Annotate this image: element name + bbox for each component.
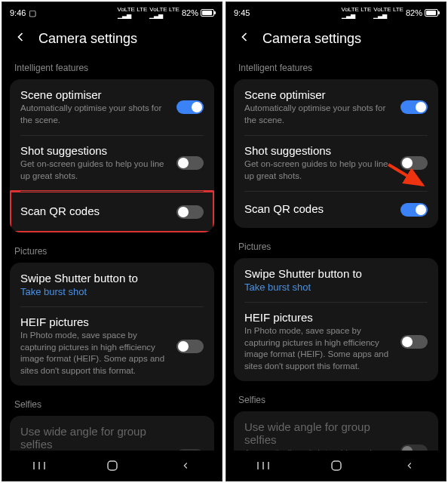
section-pictures: Pictures bbox=[10, 242, 214, 263]
image-icon: ▢ bbox=[29, 8, 36, 18]
phone-right: 9:45 VoLTE LTE▁▃▅ VoLTE LTE▁▃▅ 82% Camer… bbox=[226, 2, 446, 481]
wide-toggle bbox=[400, 445, 428, 451]
nav-recents[interactable] bbox=[30, 457, 48, 475]
volte-2: VoLTE LTE▁▃▅ bbox=[373, 7, 404, 19]
qr-title: Scan QR codes bbox=[244, 202, 391, 215]
battery-percentage: 82% bbox=[182, 8, 198, 17]
shot-toggle[interactable] bbox=[176, 156, 204, 170]
heif-desc: In Photo mode, save space by capturing p… bbox=[244, 325, 391, 372]
section-selfies: Selfies bbox=[10, 395, 214, 416]
shot-desc: Get on-screen guides to help you line up… bbox=[20, 158, 167, 182]
volte-1: VoLTE LTE▁▃▅ bbox=[342, 7, 372, 19]
nav-recents[interactable] bbox=[254, 457, 272, 475]
row-heif[interactable]: HEIF pictures In Photo mode, save space … bbox=[234, 302, 438, 381]
status-bar: 9:45 VoLTE LTE▁▃▅ VoLTE LTE▁▃▅ 82% bbox=[226, 2, 446, 22]
swipe-title: Swipe Shutter button to bbox=[244, 267, 428, 280]
scene-toggle[interactable] bbox=[176, 100, 204, 114]
nav-back[interactable] bbox=[400, 457, 419, 475]
page-header: Camera settings bbox=[226, 22, 446, 58]
card-intelligent: Scene optimiser Automatically optimise y… bbox=[234, 79, 438, 228]
settings-scroll[interactable]: Intelligent features Scene optimiser Aut… bbox=[2, 58, 222, 451]
battery-icon bbox=[201, 9, 214, 17]
wide-title: Use wide angle for group selfies bbox=[244, 420, 391, 446]
page-title: Camera settings bbox=[262, 31, 361, 47]
row-scan-qr-codes[interactable]: Scan QR codes bbox=[234, 191, 438, 228]
nav-back[interactable] bbox=[176, 457, 195, 475]
card-intelligent: Scene optimiser Automatically optimise y… bbox=[10, 79, 214, 232]
clock: 9:46 bbox=[10, 8, 26, 17]
card-selfies: Use wide angle for group selfies Automat… bbox=[10, 416, 214, 451]
scene-desc: Automatically optimise your shots for th… bbox=[20, 103, 167, 126]
shot-title: Shot suggestions bbox=[244, 144, 391, 157]
page-title: Camera settings bbox=[38, 31, 137, 47]
shot-desc: Get on-screen guides to help you line up… bbox=[244, 158, 391, 182]
settings-scroll[interactable]: Intelligent features Scene optimiser Aut… bbox=[226, 58, 446, 451]
nav-home[interactable] bbox=[327, 457, 345, 475]
section-intelligent: Intelligent features bbox=[10, 58, 214, 79]
heif-toggle[interactable] bbox=[176, 340, 204, 353]
row-scan-qr-codes[interactable]: Scan QR codes bbox=[10, 191, 214, 232]
back-button[interactable] bbox=[13, 29, 28, 48]
volte-2: VoLTE LTE▁▃▅ bbox=[149, 7, 180, 19]
status-bar: 9:46 ▢ VoLTE LTE▁▃▅ VoLTE LTE▁▃▅ 82% bbox=[2, 2, 222, 22]
row-swipe-shutter[interactable]: Swipe Shutter button to Take burst shot bbox=[10, 263, 214, 306]
heif-toggle[interactable] bbox=[400, 335, 428, 349]
nav-bar bbox=[226, 451, 446, 481]
nav-bar bbox=[2, 451, 222, 481]
page-header: Camera settings bbox=[2, 22, 222, 58]
svg-rect-3 bbox=[108, 461, 117, 470]
nav-home[interactable] bbox=[103, 457, 121, 475]
row-shot-suggestions[interactable]: Shot suggestions Get on-screen guides to… bbox=[234, 135, 438, 191]
swipe-link: Take burst shot bbox=[244, 281, 428, 293]
shot-title: Shot suggestions bbox=[20, 144, 167, 157]
heif-title: HEIF pictures bbox=[20, 315, 167, 328]
qr-toggle[interactable] bbox=[176, 205, 204, 219]
row-shot-suggestions[interactable]: Shot suggestions Get on-screen guides to… bbox=[10, 135, 214, 191]
volte-1: VoLTE LTE▁▃▅ bbox=[118, 7, 148, 19]
phone-left: 9:46 ▢ VoLTE LTE▁▃▅ VoLTE LTE▁▃▅ 82% Cam… bbox=[2, 2, 222, 481]
card-selfies: Use wide angle for group selfies Automat… bbox=[234, 411, 438, 451]
battery-percentage: 82% bbox=[406, 8, 422, 17]
qr-toggle[interactable] bbox=[400, 203, 428, 217]
card-pictures: Swipe Shutter button to Take burst shot … bbox=[10, 263, 214, 386]
section-selfies: Selfies bbox=[234, 390, 438, 411]
section-pictures: Pictures bbox=[234, 237, 438, 258]
scene-title: Scene optimiser bbox=[244, 88, 391, 101]
clock: 9:45 bbox=[234, 8, 250, 17]
swipe-title: Swipe Shutter button to bbox=[20, 272, 204, 285]
section-intelligent: Intelligent features bbox=[234, 58, 438, 79]
row-wide-angle: Use wide angle for group selfies Automat… bbox=[10, 416, 214, 451]
svg-rect-7 bbox=[332, 461, 341, 470]
scene-desc: Automatically optimise your shots for th… bbox=[244, 103, 391, 126]
heif-title: HEIF pictures bbox=[244, 311, 391, 324]
heif-desc: In Photo mode, save space by capturing p… bbox=[20, 330, 167, 377]
row-wide-angle: Use wide angle for group selfies Automat… bbox=[234, 411, 438, 451]
scene-toggle[interactable] bbox=[400, 100, 428, 114]
swipe-link: Take burst shot bbox=[20, 286, 204, 297]
qr-title: Scan QR codes bbox=[20, 205, 167, 217]
scene-title: Scene optimiser bbox=[20, 88, 167, 101]
row-scene-optimiser[interactable]: Scene optimiser Automatically optimise y… bbox=[10, 79, 214, 135]
row-scene-optimiser[interactable]: Scene optimiser Automatically optimise y… bbox=[234, 79, 438, 135]
row-swipe-shutter[interactable]: Swipe Shutter button to Take burst shot bbox=[234, 258, 438, 302]
wide-title: Use wide angle for group selfies bbox=[20, 425, 167, 451]
battery-icon bbox=[425, 9, 438, 17]
card-pictures: Swipe Shutter button to Take burst shot … bbox=[234, 258, 438, 381]
back-button[interactable] bbox=[237, 29, 252, 48]
row-heif[interactable]: HEIF pictures In Photo mode, save space … bbox=[10, 306, 214, 386]
shot-toggle[interactable] bbox=[400, 156, 428, 170]
